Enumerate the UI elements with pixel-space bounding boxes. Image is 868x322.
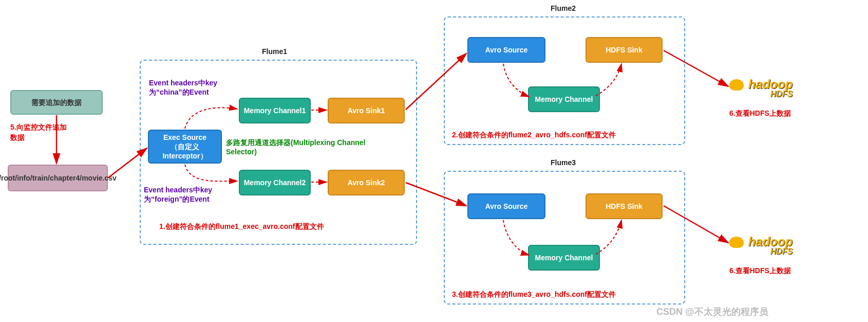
flume3-container bbox=[444, 171, 685, 305]
step5-label: 5.向监控文件追加数据 bbox=[10, 122, 72, 142]
exec-source-label: Exec Source （自定义Interceptor） bbox=[152, 133, 218, 161]
hadoop-logo-top: hadoop HDFS bbox=[729, 77, 792, 92]
avro-sink2-box: Avro Sink2 bbox=[328, 170, 405, 195]
avro-sink1-box: Avro Sink1 bbox=[328, 98, 405, 123]
elephant-icon bbox=[729, 237, 744, 248]
flume3-hdfs-sink-box: HDFS Sink bbox=[586, 193, 663, 219]
flume2-title: Flume2 bbox=[551, 4, 576, 12]
step3-label: 3.创建符合条件的flume3_avro_hdfs.conf配置文件 bbox=[452, 290, 616, 299]
header-china-label: Event headers中key为“china”的Event bbox=[149, 78, 241, 97]
header-foreign-label: Event headers中key为“foreign”的Event bbox=[144, 185, 241, 204]
watermark: CSDN @不太灵光的程序员 bbox=[656, 306, 768, 318]
flume2-hdfs-sink-box: HDFS Sink bbox=[586, 37, 663, 63]
flume3-mem-box: Memory Channel bbox=[528, 245, 600, 271]
file-path-box: /root/info/train/chapter4/movie.csv bbox=[8, 165, 108, 191]
elephant-icon bbox=[729, 79, 744, 91]
step2-label: 2.创建符合条件的flume2_avro_hdfs.conf配置文件 bbox=[452, 131, 616, 140]
file-path-label: /root/info/train/chapter4/movie.csv bbox=[0, 173, 117, 183]
selector-label: 多路复用通道选择器(Multiplexing Channel Selector) bbox=[226, 138, 375, 156]
mem-channel1-box: Memory Channel1 bbox=[239, 98, 311, 123]
step6a-label: 6.查看HDFS上数据 bbox=[729, 109, 791, 118]
append-data-box: 需要追加的数据 bbox=[10, 90, 103, 115]
step1-label: 1.创建符合条件的flume1_exec_avro.conf配置文件 bbox=[159, 222, 324, 231]
mem-channel2-box: Memory Channel2 bbox=[239, 170, 311, 195]
hadoop-logo-bottom: hadoop HDFS bbox=[729, 235, 792, 249]
flume2-avro-source-box: Avro Source bbox=[467, 37, 545, 63]
exec-source-box: Exec Source （自定义Interceptor） bbox=[148, 130, 222, 164]
flume3-avro-source-box: Avro Source bbox=[467, 193, 545, 219]
flume3-title: Flume3 bbox=[551, 158, 576, 167]
flume2-container bbox=[444, 16, 685, 145]
append-data-label: 需要追加的数据 bbox=[31, 98, 82, 107]
step6b-label: 6.查看HDFS上数据 bbox=[729, 266, 791, 276]
flume2-mem-box: Memory Channel bbox=[528, 86, 600, 112]
flume1-title: Flume1 bbox=[262, 47, 287, 56]
